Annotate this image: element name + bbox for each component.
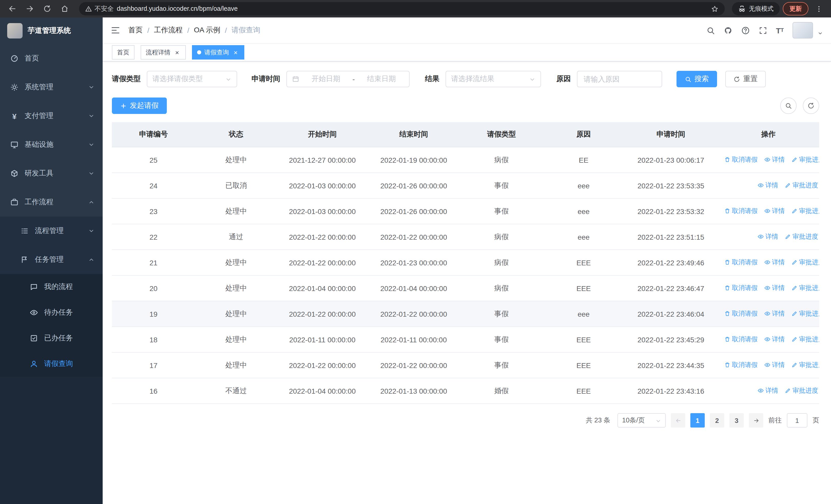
bookmark-star-icon[interactable] bbox=[711, 5, 719, 12]
sidebar-item-workflow[interactable]: 工作流程 bbox=[0, 188, 103, 216]
cell-leave-type: 事假 bbox=[460, 173, 543, 198]
create-leave-button[interactable]: 发起请假 bbox=[112, 97, 167, 114]
leave-table: 申请编号 状态 开始时间 结束时间 请假类型 原因 申请时间 操作 25 处理中… bbox=[112, 122, 819, 404]
table-row[interactable]: 16 不通过 2022-01-04 00:00:00 2022-01-13 00… bbox=[112, 378, 819, 404]
address-bar[interactable]: 不安全 dashboard.yudao.iocoder.cn/bpm/oa/le… bbox=[79, 2, 725, 16]
sidebar-item-done-tasks[interactable]: 已办任务 bbox=[0, 325, 103, 351]
app-logo[interactable]: 芋道管理系统 bbox=[0, 18, 103, 44]
table-row[interactable]: 17 处理中 2022-01-22 00:00:00 2022-01-22 00… bbox=[112, 352, 819, 378]
browser-home-button[interactable] bbox=[57, 2, 72, 16]
browser-update-button[interactable]: 更新 bbox=[783, 2, 808, 16]
start-date-placeholder[interactable]: 开始日期 bbox=[303, 75, 348, 84]
sidebar-item-infrastructure[interactable]: 基础设施 bbox=[0, 130, 103, 159]
end-date-placeholder[interactable]: 结束日期 bbox=[359, 75, 404, 84]
detail-link[interactable]: 详情 bbox=[757, 386, 778, 395]
sidebar-item-dev-tools[interactable]: 研发工具 bbox=[0, 159, 103, 188]
close-icon[interactable]: × bbox=[173, 49, 181, 56]
approval-progress-link[interactable]: 审批进度 bbox=[785, 386, 818, 395]
cancel-leave-link[interactable]: 取消请假 bbox=[724, 361, 757, 369]
reset-button[interactable]: 重置 bbox=[725, 71, 766, 87]
font-size-icon[interactable]: TT bbox=[776, 26, 784, 34]
tab-process-detail[interactable]: 流程详情 × bbox=[141, 45, 186, 60]
browser-back-button[interactable] bbox=[5, 2, 20, 16]
result-select[interactable]: 请选择流结果 bbox=[446, 71, 541, 87]
page-size-select[interactable]: 10条/页 bbox=[618, 413, 666, 427]
github-icon[interactable] bbox=[723, 26, 732, 35]
cancel-leave-link[interactable]: 取消请假 bbox=[724, 258, 757, 267]
breadcrumb-workflow[interactable]: 工作流程 bbox=[154, 26, 183, 35]
prev-page-button[interactable] bbox=[671, 413, 685, 427]
sidebar-item-task-management[interactable]: 任务管理 bbox=[0, 245, 103, 274]
browser-forward-button[interactable] bbox=[23, 2, 37, 16]
avatar-caret-down-icon[interactable] bbox=[818, 28, 823, 38]
detail-link[interactable]: 详情 bbox=[757, 181, 778, 190]
table-row[interactable]: 23 处理中 2022-01-03 00:00:00 2022-01-26 00… bbox=[112, 198, 819, 224]
approval-progress-link[interactable]: 审批进度 bbox=[785, 181, 818, 190]
page-button-1[interactable]: 1 bbox=[690, 413, 705, 427]
page-button-2[interactable]: 2 bbox=[710, 413, 724, 427]
browser-reload-button[interactable] bbox=[40, 2, 54, 16]
detail-link[interactable]: 详情 bbox=[764, 309, 785, 318]
cell-end-time: 2022-01-13 00:00:00 bbox=[368, 378, 460, 404]
cancel-leave-link[interactable]: 取消请假 bbox=[724, 335, 757, 344]
table-row[interactable]: 22 通过 2022-01-22 00:00:00 2022-01-22 00:… bbox=[112, 224, 819, 250]
cancel-leave-link[interactable]: 取消请假 bbox=[724, 207, 757, 215]
table-row[interactable]: 25 处理中 2021-12-27 00:00:00 2022-01-19 00… bbox=[112, 147, 819, 173]
approval-progress-link[interactable]: 审批进度 bbox=[792, 284, 819, 293]
approval-progress-link[interactable]: 审批进度 bbox=[792, 207, 819, 215]
sidebar-item-payment-management[interactable]: ¥ 支付管理 bbox=[0, 101, 103, 130]
tab-home[interactable]: 首页 bbox=[112, 45, 135, 60]
breadcrumb-oa-example[interactable]: OA 示例 bbox=[194, 26, 221, 35]
sidebar-collapse-icon[interactable] bbox=[111, 25, 120, 35]
search-button[interactable]: 搜索 bbox=[677, 71, 717, 87]
col-apply-time: 申请时间 bbox=[624, 122, 718, 147]
close-icon[interactable]: × bbox=[232, 49, 239, 56]
sidebar-item-home[interactable]: 首页 bbox=[0, 44, 103, 73]
browser-menu-button[interactable] bbox=[811, 2, 826, 16]
table-row[interactable]: 20 处理中 2022-01-04 00:00:00 2022-01-04 00… bbox=[112, 275, 819, 301]
sidebar-item-todo-tasks[interactable]: 待办任务 bbox=[0, 300, 103, 325]
app-title: 芋道管理系统 bbox=[28, 26, 71, 35]
approval-progress-link[interactable]: 审批进度 bbox=[792, 361, 819, 369]
approval-progress-link[interactable]: 审批进度 bbox=[792, 258, 819, 267]
apply-time-range-picker[interactable]: 开始日期 - 结束日期 bbox=[286, 71, 409, 87]
sidebar-item-system-management[interactable]: 系统管理 bbox=[0, 73, 103, 101]
approval-progress-link[interactable]: 审批进度 bbox=[792, 335, 819, 344]
detail-link[interactable]: 详情 bbox=[764, 258, 785, 267]
sidebar-item-my-processes[interactable]: 我的流程 bbox=[0, 274, 103, 300]
security-indicator[interactable]: 不安全 bbox=[85, 4, 114, 13]
toggle-search-button[interactable] bbox=[780, 97, 797, 114]
approval-progress-link[interactable]: 审批进度 bbox=[785, 233, 818, 241]
search-icon[interactable] bbox=[706, 26, 715, 35]
refresh-table-button[interactable] bbox=[803, 97, 819, 114]
fullscreen-icon[interactable] bbox=[758, 26, 767, 35]
goto-page-input[interactable] bbox=[787, 413, 807, 427]
active-dot-icon bbox=[197, 50, 201, 54]
detail-link[interactable]: 详情 bbox=[764, 284, 785, 293]
detail-link[interactable]: 详情 bbox=[764, 361, 785, 369]
help-icon[interactable] bbox=[741, 26, 750, 35]
cancel-leave-link[interactable]: 取消请假 bbox=[724, 155, 757, 164]
table-row[interactable]: 18 处理中 2022-01-11 00:00:00 2022-01-11 00… bbox=[112, 327, 819, 352]
detail-link[interactable]: 详情 bbox=[757, 233, 778, 241]
sidebar-item-process-management[interactable]: 流程管理 bbox=[0, 216, 103, 245]
detail-link[interactable]: 详情 bbox=[764, 207, 785, 215]
leave-type-select[interactable]: 请选择请假类型 bbox=[147, 71, 237, 87]
table-row[interactable]: 21 处理中 2022-01-22 00:00:00 2022-01-23 00… bbox=[112, 250, 819, 275]
table-row[interactable]: 19 处理中 2022-01-22 00:00:00 2022-01-22 00… bbox=[112, 301, 819, 327]
page-button-3[interactable]: 3 bbox=[729, 413, 744, 427]
cancel-leave-link[interactable]: 取消请假 bbox=[724, 309, 757, 318]
user-avatar[interactable] bbox=[793, 22, 813, 38]
detail-link[interactable]: 详情 bbox=[764, 335, 785, 344]
approval-progress-link[interactable]: 审批进度 bbox=[792, 155, 819, 164]
tab-leave-query[interactable]: 请假查询 × bbox=[192, 45, 244, 60]
cell-start-time: 2022-01-03 00:00:00 bbox=[277, 173, 368, 198]
approval-progress-link[interactable]: 审批进度 bbox=[792, 309, 819, 318]
sidebar-item-leave-query[interactable]: 请假查询 bbox=[0, 351, 103, 377]
breadcrumb-home[interactable]: 首页 bbox=[128, 26, 143, 35]
next-page-button[interactable] bbox=[749, 413, 763, 427]
reason-input[interactable] bbox=[582, 75, 657, 84]
table-row[interactable]: 24 已取消 2022-01-03 00:00:00 2022-01-26 00… bbox=[112, 173, 819, 198]
cancel-leave-link[interactable]: 取消请假 bbox=[724, 284, 757, 293]
detail-link[interactable]: 详情 bbox=[764, 155, 785, 164]
